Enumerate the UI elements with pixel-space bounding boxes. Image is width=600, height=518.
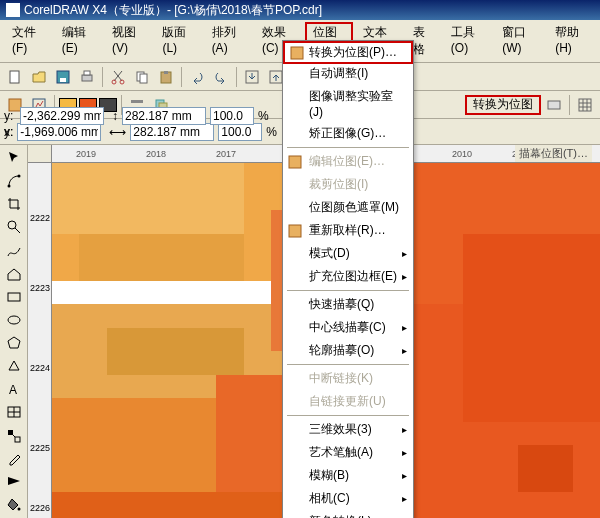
menu-item-label: 编辑位图(E)… bbox=[309, 153, 385, 170]
menu-item-label: 中断链接(K) bbox=[309, 370, 373, 387]
crop-tool[interactable] bbox=[2, 193, 26, 215]
menu-item[interactable]: 文件(F) bbox=[4, 22, 52, 60]
menu-item[interactable]: 视图(V) bbox=[104, 22, 152, 60]
menu-item[interactable]: 扩充位图边框(E) bbox=[283, 265, 413, 288]
outline-tool[interactable] bbox=[2, 471, 26, 493]
svg-rect-8 bbox=[140, 74, 147, 83]
convert-to-bitmap-button[interactable]: 转换为位图 bbox=[465, 95, 541, 115]
menu-item[interactable]: 图像调整实验室(J) bbox=[283, 85, 413, 122]
freehand-tool[interactable] bbox=[2, 240, 26, 262]
menu-item[interactable]: 编辑(E) bbox=[54, 22, 102, 60]
trace-bitmap-label[interactable]: 描幕位图(T)… bbox=[515, 145, 592, 162]
undo-button[interactable] bbox=[186, 66, 208, 88]
menu-item-label: 模糊(B) bbox=[309, 467, 349, 484]
more-button[interactable] bbox=[543, 94, 565, 116]
menu-item[interactable]: 工具(O) bbox=[443, 22, 492, 60]
menu-item[interactable]: 相机(C) bbox=[283, 487, 413, 510]
menu-item[interactable]: 重新取样(R)… bbox=[283, 219, 413, 242]
svg-rect-20 bbox=[579, 99, 591, 111]
basic-shapes-tool[interactable] bbox=[2, 355, 26, 377]
menu-item[interactable]: 轮廓描摹(O) bbox=[283, 339, 413, 362]
new-button[interactable] bbox=[4, 66, 26, 88]
percent-label: % bbox=[266, 125, 277, 139]
svg-rect-51 bbox=[289, 156, 301, 168]
smart-fill-tool[interactable] bbox=[2, 263, 26, 285]
zoom-input-2[interactable] bbox=[210, 107, 254, 125]
toolbar-separator bbox=[181, 67, 182, 87]
svg-point-23 bbox=[17, 175, 20, 178]
menu-separator bbox=[287, 290, 409, 291]
svg-rect-50 bbox=[291, 47, 303, 59]
svg-rect-0 bbox=[10, 71, 19, 83]
ruler-corner bbox=[28, 145, 52, 163]
x-input[interactable] bbox=[17, 123, 101, 141]
svg-rect-19 bbox=[548, 101, 560, 109]
svg-point-31 bbox=[17, 507, 20, 510]
title-bar: CorelDRAW X4（专业版）- [G:\杨倩\2018\春节POP.cdr… bbox=[0, 0, 600, 20]
percent-label: % bbox=[258, 109, 269, 123]
svg-point-26 bbox=[8, 316, 20, 324]
fill-tool[interactable] bbox=[2, 494, 26, 516]
menu-item[interactable]: 位图颜色遮罩(M) bbox=[283, 196, 413, 219]
menu-item[interactable]: 矫正图像(G)… bbox=[283, 122, 413, 145]
paste-button[interactable] bbox=[155, 66, 177, 88]
redo-button[interactable] bbox=[210, 66, 232, 88]
menu-item[interactable]: 模糊(B) bbox=[283, 464, 413, 487]
svg-point-24 bbox=[8, 221, 16, 229]
menu-item: 自链接更新(U) bbox=[283, 390, 413, 413]
svg-rect-15 bbox=[131, 100, 143, 103]
menu-item[interactable]: 窗口(W) bbox=[494, 22, 545, 60]
y-input[interactable] bbox=[20, 107, 104, 125]
svg-rect-47 bbox=[463, 234, 600, 422]
y-label: y: bbox=[4, 109, 14, 123]
h-input[interactable] bbox=[122, 107, 206, 125]
pick-tool[interactable] bbox=[2, 147, 26, 169]
vertical-ruler: 22222223222422252226 bbox=[28, 163, 52, 518]
menu-item: 裁剪位图(I) bbox=[283, 173, 413, 196]
ruler-tick: 2010 bbox=[452, 149, 472, 159]
table-tool[interactable] bbox=[2, 401, 26, 423]
interactive-tool[interactable] bbox=[2, 425, 26, 447]
ruler-tick: 2018 bbox=[146, 149, 166, 159]
menu-item[interactable]: 排列(A) bbox=[204, 22, 252, 60]
copy-button[interactable] bbox=[131, 66, 153, 88]
menu-item[interactable]: 三维效果(3) bbox=[283, 418, 413, 441]
resample-icon bbox=[287, 223, 303, 239]
edit-icon bbox=[287, 154, 303, 170]
rectangle-tool[interactable] bbox=[2, 286, 26, 308]
polygon-tool[interactable] bbox=[2, 332, 26, 354]
svg-rect-49 bbox=[518, 445, 573, 492]
save-button[interactable] bbox=[52, 66, 74, 88]
svg-rect-37 bbox=[52, 163, 244, 234]
menu-item-label: 自链接更新(U) bbox=[309, 393, 386, 410]
cut-button[interactable] bbox=[107, 66, 129, 88]
eyedropper-tool[interactable] bbox=[2, 448, 26, 470]
grid-button[interactable] bbox=[574, 94, 596, 116]
menu-item[interactable]: 帮助(H) bbox=[547, 22, 596, 60]
svg-rect-43 bbox=[52, 398, 244, 492]
import-button[interactable] bbox=[241, 66, 263, 88]
menu-item[interactable]: 艺术笔触(A) bbox=[283, 441, 413, 464]
open-button[interactable] bbox=[28, 66, 50, 88]
ellipse-tool[interactable] bbox=[2, 309, 26, 331]
zoom-tool[interactable] bbox=[2, 216, 26, 238]
w-input[interactable] bbox=[130, 123, 214, 141]
menu-item-label: 三维效果(3) bbox=[309, 421, 372, 438]
menu-item[interactable]: 自动调整(I) bbox=[283, 62, 413, 85]
menu-item[interactable]: 中心线描摹(C) bbox=[283, 316, 413, 339]
zoom-input-1[interactable] bbox=[218, 123, 262, 141]
menu-item[interactable]: 版面(L) bbox=[154, 22, 201, 60]
menu-item[interactable]: 转换为位图(P)… bbox=[283, 41, 413, 64]
text-tool[interactable]: A bbox=[2, 378, 26, 400]
shape-tool[interactable] bbox=[2, 170, 26, 192]
ruler-tick: 2222 bbox=[30, 213, 50, 223]
menu-item: 编辑位图(E)… bbox=[283, 150, 413, 173]
menu-item-label: 中心线描摹(C) bbox=[309, 319, 386, 336]
toolbar-separator bbox=[236, 67, 237, 87]
menu-item[interactable]: 模式(D) bbox=[283, 242, 413, 265]
menu-item-label: 艺术笔触(A) bbox=[309, 444, 373, 461]
menu-item-label: 扩充位图边框(E) bbox=[309, 268, 397, 285]
menu-item[interactable]: 颜色转换(L) bbox=[283, 510, 413, 518]
print-button[interactable] bbox=[76, 66, 98, 88]
menu-item[interactable]: 快速描摹(Q) bbox=[283, 293, 413, 316]
